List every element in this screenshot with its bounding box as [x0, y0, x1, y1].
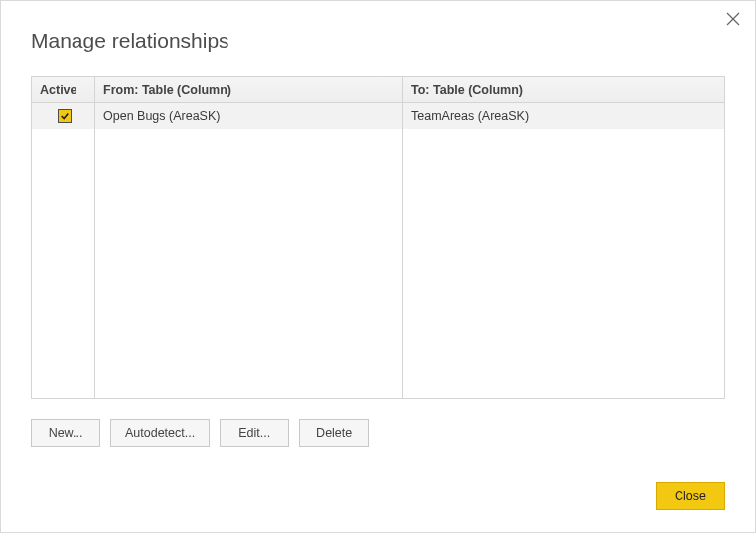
action-buttons: New... Autodetect... Edit... Delete — [31, 399, 725, 447]
relationships-table: Active From: Table (Column) To: Table (C… — [31, 76, 725, 399]
edit-button[interactable]: Edit... — [220, 419, 289, 447]
table-empty-area — [32, 129, 724, 398]
active-checkbox[interactable] — [58, 109, 72, 123]
close-button[interactable]: Close — [656, 482, 725, 510]
header-from[interactable]: From: Table (Column) — [95, 77, 403, 102]
table-header: Active From: Table (Column) To: Table (C… — [32, 77, 724, 103]
new-button[interactable]: New... — [31, 419, 100, 447]
dialog-footer: Close — [656, 482, 725, 510]
autodetect-button[interactable]: Autodetect... — [110, 419, 210, 447]
cell-from: Open Bugs (AreaSK) — [95, 103, 403, 129]
table-row[interactable]: Open Bugs (AreaSK) TeamAreas (AreaSK) — [32, 103, 724, 129]
dialog-content: Active From: Table (Column) To: Table (C… — [1, 53, 755, 447]
dialog-title: Manage relationships — [1, 1, 755, 53]
delete-button[interactable]: Delete — [299, 419, 369, 447]
cell-active — [32, 103, 95, 129]
manage-relationships-dialog: Manage relationships Active From: Table … — [0, 0, 756, 533]
cell-to: TeamAreas (AreaSK) — [403, 103, 724, 129]
close-icon[interactable] — [723, 9, 743, 29]
header-to[interactable]: To: Table (Column) — [403, 77, 724, 102]
header-active[interactable]: Active — [32, 77, 95, 102]
